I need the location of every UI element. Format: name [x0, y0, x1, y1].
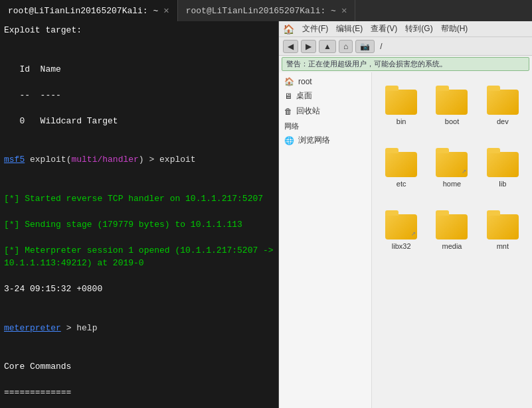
file-item-libx32[interactable]: libx32	[377, 202, 425, 262]
folder-icon-etc	[385, 152, 417, 177]
file-item-dev[interactable]: dev	[479, 78, 527, 137]
sidebar-trash-label: 回收站	[296, 105, 320, 117]
sidebar-desktop-label: 桌面	[296, 90, 312, 102]
tab-1-close[interactable]: ✕	[163, 6, 169, 15]
file-label-media: media	[442, 242, 462, 250]
fm-menubar: 🏠 文件(F) 编辑(E) 查看(V) 转到(G) 帮助(H)	[279, 21, 532, 37]
file-item-lib[interactable]: lib	[479, 140, 527, 200]
file-item-etc[interactable]: etc	[377, 140, 425, 200]
tab-1[interactable]: root@LiTianLin20165207Kali: ~ ✕	[0, 0, 178, 21]
sidebar-network-label: 浏览网络	[298, 135, 330, 146]
network-icon: 🌐	[284, 136, 294, 145]
file-item-home[interactable]: home	[428, 140, 476, 200]
file-label-libx32: libx32	[392, 242, 411, 250]
tabs-bar: root@LiTianLin20165207Kali: ~ ✕ root@LiT…	[0, 0, 532, 21]
folder-icon-libx32	[385, 214, 417, 239]
sidebar-root-label: root	[298, 77, 312, 86]
fm-menu-goto[interactable]: 转到(G)	[405, 23, 432, 34]
sidebar-item-root[interactable]: 🏠 root	[279, 75, 371, 88]
fm-menu-home-icon: 🏠	[283, 24, 294, 34]
fm-status-text: 警告：正在使用超级用户，可能会损害您的系统。	[286, 60, 447, 68]
fm-sidebar-section-network: 网络	[279, 119, 371, 133]
main-content: Exploit target: Id Name -- ---- 0 Wildca…	[0, 21, 532, 408]
forward-button[interactable]: ▶	[301, 40, 316, 53]
file-item-media[interactable]: media	[428, 202, 476, 262]
path-separator: /	[380, 42, 382, 51]
file-label-bin: bin	[397, 117, 406, 125]
home-icon: 🏠	[284, 77, 294, 86]
folder-icon-dev	[487, 90, 519, 115]
file-item-mnt[interactable]: mnt	[479, 202, 527, 262]
file-label-dev: dev	[497, 117, 509, 125]
back-button[interactable]: ◀	[283, 40, 298, 53]
folder-icon-mnt	[487, 214, 519, 239]
terminal-panel[interactable]: Exploit target: Id Name -- ---- 0 Wildca…	[0, 21, 279, 408]
fm-statusbar: 警告：正在使用超级用户，可能会损害您的系统。	[282, 57, 529, 71]
folder-icon-home	[436, 152, 468, 177]
file-label-etc: etc	[397, 180, 406, 188]
trash-icon: 🗑	[284, 107, 292, 116]
file-label-mnt: mnt	[497, 242, 509, 250]
folder-icon-media	[436, 214, 468, 239]
sidebar-item-network[interactable]: 🌐 浏览网络	[279, 133, 371, 148]
folder-icon-lib	[487, 152, 519, 177]
file-label-boot: boot	[445, 117, 459, 125]
screenshot-button[interactable]: 📷	[355, 40, 375, 53]
fm-sidebar: 🏠 root 🖥 桌面 🗑 回收站 网络 🌐 浏览网络	[279, 72, 372, 408]
sidebar-item-trash[interactable]: 🗑 回收站	[279, 103, 371, 119]
desktop-icon: 🖥	[284, 92, 292, 101]
fm-menu-help[interactable]: 帮助(H)	[441, 23, 468, 34]
fm-path-bar: /	[377, 42, 528, 51]
tab-2-label: root@LiTianLin20165207Kali: ~	[186, 6, 336, 16]
fm-menu-file[interactable]: 文件(F)	[302, 23, 328, 34]
up-button[interactable]: ▲	[319, 40, 336, 53]
file-label-lib: lib	[499, 180, 506, 188]
fm-toolbar: ◀ ▶ ▲ ⌂ 📷 /	[279, 37, 532, 56]
file-label-home: home	[443, 180, 462, 188]
fm-files-grid: bin boot dev etc home	[372, 72, 532, 408]
tab-1-label: root@LiTianLin20165207Kali: ~	[8, 6, 158, 16]
fm-menu-view[interactable]: 查看(V)	[371, 23, 397, 34]
tab-2[interactable]: root@LiTianLin20165207Kali: ~ ✕	[178, 0, 356, 21]
folder-icon-boot	[436, 90, 468, 115]
fm-content: 🏠 root 🖥 桌面 🗑 回收站 网络 🌐 浏览网络	[279, 72, 532, 408]
folder-icon-bin	[385, 90, 417, 115]
home-button[interactable]: ⌂	[339, 40, 353, 53]
file-item-boot[interactable]: boot	[428, 78, 476, 137]
sidebar-item-desktop[interactable]: 🖥 桌面	[279, 88, 371, 103]
terminal-output: Exploit target: Id Name -- ---- 0 Wildca…	[4, 24, 274, 408]
file-manager-panel: 🏠 文件(F) 编辑(E) 查看(V) 转到(G) 帮助(H) ◀ ▶ ▲ ⌂ …	[279, 21, 532, 408]
fm-menu-edit[interactable]: 编辑(E)	[336, 23, 363, 34]
tab-2-close[interactable]: ✕	[341, 6, 347, 15]
file-item-bin[interactable]: bin	[377, 78, 425, 137]
